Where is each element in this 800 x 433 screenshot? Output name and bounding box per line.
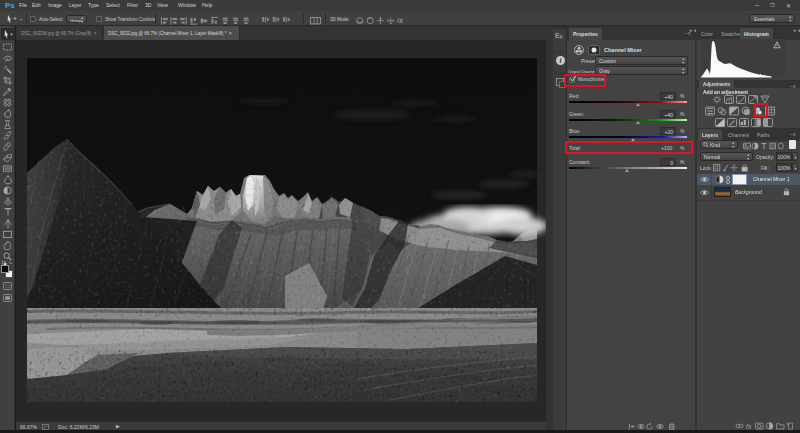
svg-text:fx: fx [746, 423, 752, 430]
